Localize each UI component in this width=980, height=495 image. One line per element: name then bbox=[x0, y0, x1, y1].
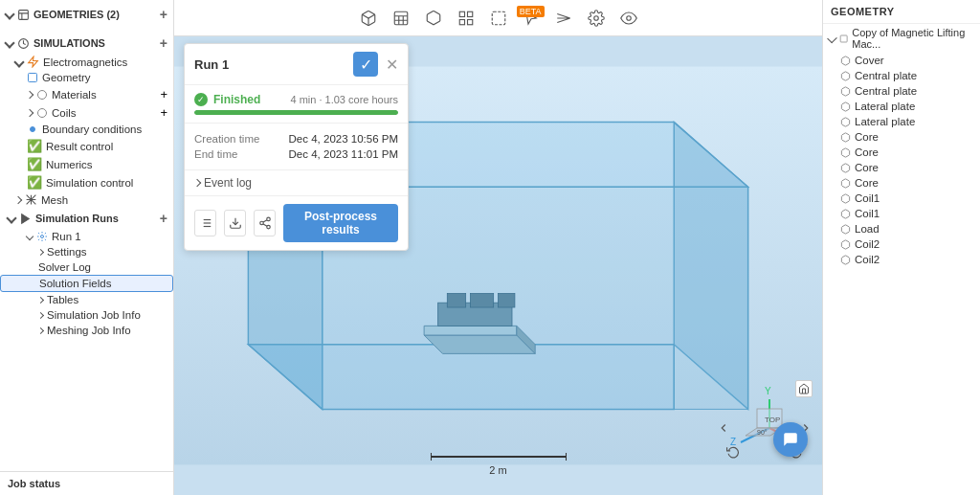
geometries-add-btn[interactable]: + bbox=[160, 7, 167, 22]
list-view-btn[interactable] bbox=[194, 210, 216, 236]
sim-runs-add-btn[interactable]: + bbox=[160, 211, 167, 226]
geo-item-label: Coil1 bbox=[855, 192, 880, 204]
geo-item-label: Coil2 bbox=[855, 254, 880, 265]
svg-point-47 bbox=[266, 217, 270, 221]
toolbar-cube-btn[interactable] bbox=[390, 8, 412, 29]
geo-tree-item[interactable]: Lateral plate bbox=[823, 99, 980, 114]
geometry-tree-root[interactable]: Copy of Magnetic Lifting Mac... bbox=[823, 24, 980, 53]
svg-point-7 bbox=[41, 236, 44, 238]
share-btn[interactable] bbox=[254, 210, 276, 236]
mesh-job-info-item[interactable]: Meshing Job Info bbox=[0, 323, 173, 338]
bc-item[interactable]: Boundary conditions bbox=[0, 122, 173, 137]
geo-tree-item[interactable]: Core bbox=[823, 160, 980, 175]
coils-chevron bbox=[26, 108, 33, 116]
cube-icon bbox=[392, 10, 410, 27]
geo-item-icon bbox=[840, 209, 851, 219]
geo-tree-item[interactable]: Coil1 bbox=[823, 206, 980, 221]
toolbar-measure-btn[interactable] bbox=[553, 8, 574, 29]
simulations-chevron bbox=[4, 37, 14, 48]
face-icon bbox=[425, 10, 442, 27]
materials-add-btn[interactable]: + bbox=[160, 87, 167, 101]
toolbar-box-btn[interactable] bbox=[358, 8, 379, 29]
toolbar-select-btn[interactable] bbox=[488, 8, 509, 29]
run1-item[interactable]: Run 1 bbox=[0, 229, 173, 244]
mesh-item[interactable]: Mesh bbox=[0, 191, 173, 208]
status-time: 4 min · 1.03 core hours bbox=[290, 94, 398, 105]
solver-log-item[interactable]: Solver Log bbox=[0, 259, 173, 275]
toolbar-beta-wrap: BETA bbox=[521, 8, 542, 29]
simulations-add-btn[interactable]: + bbox=[160, 35, 167, 51]
coils-add-btn[interactable]: + bbox=[160, 105, 167, 120]
sim-control-item[interactable]: ✅ Simulation control bbox=[0, 173, 173, 191]
geo-tree-item[interactable]: Central plate bbox=[823, 83, 980, 99]
scale-bar: 2 m bbox=[431, 453, 567, 476]
geo-item-icon bbox=[840, 255, 851, 265]
geo-tree-item[interactable]: Lateral plate bbox=[823, 114, 980, 129]
solver-log-label: Solver Log bbox=[38, 261, 91, 273]
svg-rect-12 bbox=[467, 19, 472, 24]
sim-runs-label: Simulation Runs bbox=[35, 213, 119, 224]
toolbar-settings-btn[interactable] bbox=[586, 8, 607, 29]
rotate-ccw-btn[interactable] bbox=[726, 445, 740, 461]
coils-item[interactable]: Coils + bbox=[0, 103, 173, 122]
run1-gear-icon bbox=[36, 231, 48, 242]
post-process-btn[interactable]: Post-process results bbox=[283, 204, 398, 242]
measure-icon bbox=[555, 10, 572, 27]
geo-item-icon bbox=[840, 163, 851, 173]
svg-rect-10 bbox=[459, 11, 464, 16]
geo-tree-item[interactable]: Coil1 bbox=[823, 191, 980, 206]
run-panel-confirm-btn[interactable]: ✓ bbox=[353, 52, 378, 77]
home-btn[interactable] bbox=[795, 380, 813, 397]
geo-tree-item[interactable]: Core bbox=[823, 175, 980, 191]
run-meta-section: Creation time Dec 4, 2023 10:56 PM End t… bbox=[185, 124, 408, 170]
geo-tree-item[interactable]: Core bbox=[823, 129, 980, 145]
svg-point-15 bbox=[593, 15, 598, 20]
end-time-label: End time bbox=[194, 148, 237, 160]
sim-runs-group[interactable]: Simulation Runs + bbox=[0, 208, 173, 229]
geo-item-label: Central plate bbox=[855, 70, 917, 81]
result-control-item[interactable]: ✅ Result control bbox=[0, 137, 173, 155]
run-panel-close-btn[interactable]: ✕ bbox=[386, 56, 398, 74]
geo-tree-item[interactable]: Load bbox=[823, 221, 980, 236]
tables-label: Tables bbox=[47, 294, 78, 305]
tables-item[interactable]: Tables bbox=[0, 292, 173, 307]
progress-fill bbox=[194, 110, 398, 115]
materials-label: Materials bbox=[52, 89, 97, 101]
simulations-group[interactable]: SIMULATIONS + bbox=[0, 33, 173, 54]
mesh-chevron bbox=[14, 195, 22, 203]
geo-tree-item[interactable]: Core bbox=[823, 145, 980, 160]
geometry-sub-icon bbox=[27, 72, 38, 83]
settings-item[interactable]: Settings bbox=[0, 244, 173, 259]
event-log-row[interactable]: Event log bbox=[185, 170, 408, 196]
run-panel-actions: Post-process results bbox=[185, 196, 408, 250]
orient-left-btn[interactable] bbox=[717, 421, 730, 438]
geometry-item[interactable]: Geometry bbox=[0, 70, 173, 85]
geo-tree-item[interactable]: Cover bbox=[823, 53, 980, 68]
geo-item-label: Coil2 bbox=[855, 238, 880, 250]
materials-item[interactable]: Materials + bbox=[0, 85, 173, 103]
grid-icon bbox=[457, 10, 475, 27]
geometries-group[interactable]: GEOMETRIES (2) + bbox=[0, 4, 173, 25]
numerics-item[interactable]: ✅ Numerics bbox=[0, 155, 173, 173]
geo-tree-item[interactable]: Central plate bbox=[823, 68, 980, 83]
end-time-value: Dec 4, 2023 11:01 PM bbox=[289, 148, 398, 160]
select-icon bbox=[490, 10, 507, 27]
settings-label: Settings bbox=[47, 246, 87, 258]
toolbar-face-btn[interactable] bbox=[423, 8, 444, 29]
geometries-label: GEOMETRIES (2) bbox=[33, 9, 120, 20]
mesh-job-info-label: Meshing Job Info bbox=[47, 325, 131, 336]
chat-btn[interactable] bbox=[773, 422, 808, 457]
toolbar-grid-btn[interactable] bbox=[456, 8, 477, 29]
creation-time-label: Creation time bbox=[194, 133, 259, 145]
download-btn[interactable] bbox=[224, 210, 246, 236]
geo-tree-item[interactable]: Coil2 bbox=[823, 252, 980, 267]
electromagnetics-item[interactable]: Electromagnetics bbox=[0, 54, 173, 70]
rotate-ccw-icon bbox=[726, 445, 740, 459]
solution-fields-item[interactable]: Solution Fields bbox=[0, 275, 173, 292]
creation-time-value: Dec 4, 2023 10:56 PM bbox=[289, 133, 398, 145]
toolbar-eye-btn[interactable] bbox=[618, 8, 639, 29]
box-icon bbox=[360, 10, 377, 27]
sim-job-info-item[interactable]: Simulation Job Info bbox=[0, 307, 173, 323]
svg-text:Y: Y bbox=[765, 386, 771, 396]
geo-tree-item[interactable]: Coil2 bbox=[823, 236, 980, 252]
